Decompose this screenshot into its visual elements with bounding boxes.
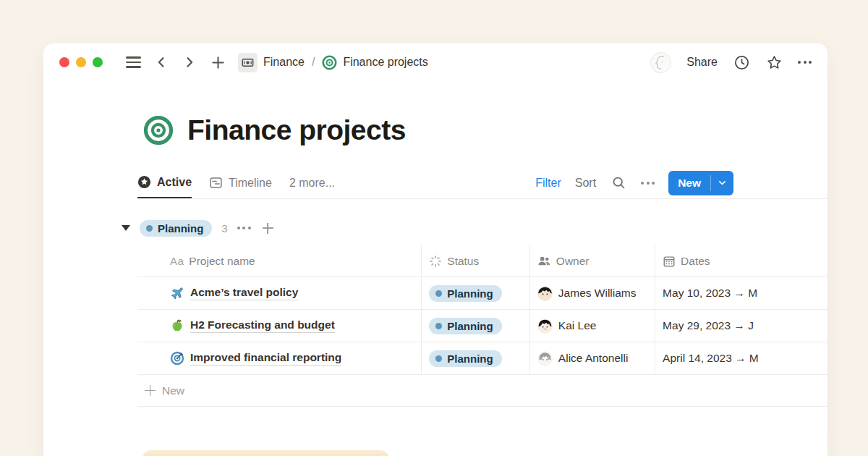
calendar-icon <box>663 255 676 268</box>
breadcrumb-parent-item[interactable] <box>238 53 258 72</box>
owner-name: Alice Antonelli <box>558 352 629 365</box>
table-header-row: Aa Project name Status Owner Dates <box>137 245 827 277</box>
owner-name: James Williams <box>558 287 637 300</box>
chevron-left-icon <box>155 56 168 69</box>
user-avatar[interactable] <box>650 52 671 73</box>
status-label: Planning <box>447 320 493 332</box>
cell-project-name[interactable]: H2 Forecasting and budget <box>137 310 422 342</box>
more-views-button[interactable]: 2 more... <box>289 167 335 198</box>
owner-name: Kai Lee <box>558 319 597 332</box>
clock-icon <box>733 54 750 71</box>
sort-button[interactable]: Sort <box>575 177 596 190</box>
search-icon <box>611 175 626 190</box>
column-label: Project name <box>189 255 255 268</box>
column-header-status[interactable]: Status <box>422 245 530 276</box>
more-options-button[interactable] <box>798 61 812 64</box>
column-header-name[interactable]: Aa Project name <box>137 245 422 276</box>
starred-view-icon <box>137 175 151 189</box>
table-row[interactable]: Improved financial reporting Planning Al… <box>137 342 827 375</box>
target-page-icon-large[interactable] <box>143 115 174 145</box>
cell-status[interactable]: Planning <box>422 277 530 309</box>
add-row-label: New <box>162 384 184 397</box>
page-title: Finance projects <box>187 114 406 146</box>
target-page-icon <box>322 55 337 70</box>
tab-timeline-view[interactable]: Timeline <box>209 167 272 198</box>
project-name-link[interactable]: Acme’s travel policy <box>190 286 298 300</box>
cell-owner[interactable]: James Williams <box>530 277 655 309</box>
cell-dates[interactable]: May 10, 2023 → M <box>655 277 827 309</box>
close-window-button[interactable] <box>59 57 69 67</box>
timeline-view-icon <box>209 176 223 190</box>
cell-status[interactable]: Planning <box>422 342 530 374</box>
breadcrumb: Finance / Finance projects <box>238 53 428 72</box>
bottom-peek-card[interactable] <box>142 450 389 456</box>
cell-project-name[interactable]: Improved financial reporting <box>137 342 422 374</box>
owner-avatar <box>537 351 553 366</box>
chevron-down-icon <box>718 178 727 187</box>
blue-target-icon <box>170 351 184 366</box>
zoom-window-button[interactable] <box>93 57 103 67</box>
breadcrumb-current-label[interactable]: Finance projects <box>343 56 427 69</box>
chevron-right-icon <box>183 56 196 69</box>
column-label: Status <box>447 255 479 268</box>
cell-status[interactable]: Planning <box>422 310 530 342</box>
search-button[interactable] <box>610 174 627 192</box>
share-button[interactable]: Share <box>686 56 718 69</box>
view-options-button[interactable] <box>641 182 655 185</box>
back-button[interactable] <box>153 54 170 71</box>
group-options-button[interactable] <box>237 227 251 229</box>
filter-button[interactable]: Filter <box>535 177 561 190</box>
date-range: May 10, 2023 → M <box>663 287 757 300</box>
group-add-button[interactable] <box>263 223 273 234</box>
tab-label: Active <box>157 176 192 189</box>
project-name-link[interactable]: H2 Forecasting and budget <box>190 318 335 333</box>
column-label: Owner <box>556 255 590 268</box>
airplane-icon <box>170 286 184 300</box>
new-button[interactable]: New <box>668 171 733 195</box>
date-range: April 14, 2023 → M <box>663 352 759 365</box>
breadcrumb-separator: / <box>312 56 315 69</box>
plus-icon <box>145 385 156 396</box>
group-label: Planning <box>158 222 203 235</box>
group-status-pill[interactable]: Planning <box>140 220 212 237</box>
cell-dates[interactable]: May 29, 2023 → J <box>655 310 827 342</box>
people-icon <box>537 254 551 268</box>
green-apple-icon <box>170 318 184 333</box>
projects-table: Aa Project name Status Owner Dates Acme’… <box>137 245 827 407</box>
column-header-owner[interactable]: Owner <box>530 245 655 276</box>
cell-owner[interactable]: Alice Antonelli <box>530 342 655 374</box>
window-toolbar: Finance / Finance projects Share <box>43 43 827 81</box>
status-dot <box>146 225 153 232</box>
project-name-link[interactable]: Improved financial reporting <box>190 351 341 366</box>
table-row[interactable]: Acme’s travel policy Planning James Will… <box>137 277 827 310</box>
tab-active-view[interactable]: Active <box>137 167 192 198</box>
status-burst-icon <box>429 255 442 268</box>
table-row[interactable]: H2 Forecasting and budget Planning Kai L… <box>137 310 827 342</box>
new-button-label: New <box>668 171 710 195</box>
sidebar-menu-button[interactable] <box>124 54 142 71</box>
plus-icon <box>211 56 225 69</box>
date-range: May 29, 2023 → J <box>663 319 754 332</box>
cell-owner[interactable]: Kai Lee <box>530 310 655 342</box>
add-row-button[interactable]: New <box>137 375 827 407</box>
favorite-button[interactable] <box>765 54 783 71</box>
notion-window: Finance / Finance projects Share Finance… <box>43 43 827 456</box>
forward-button[interactable] <box>181 54 198 71</box>
column-header-dates[interactable]: Dates <box>655 245 827 276</box>
updates-button[interactable] <box>733 54 750 71</box>
hamburger-icon <box>126 56 141 67</box>
breadcrumb-parent-label[interactable]: Finance <box>263 56 305 69</box>
cell-dates[interactable]: April 14, 2023 → M <box>655 342 827 374</box>
cell-project-name[interactable]: Acme’s travel policy <box>137 277 422 309</box>
status-label: Planning <box>447 352 493 365</box>
owner-avatar <box>537 318 553 334</box>
profile-sketch-icon <box>651 53 671 72</box>
group-header: Planning 3 <box>122 217 273 239</box>
collapse-group-toggle[interactable] <box>122 225 130 231</box>
column-label: Dates <box>681 255 710 268</box>
minimize-window-button[interactable] <box>76 57 86 67</box>
new-button-dropdown[interactable] <box>711 171 733 195</box>
group-count: 3 <box>221 222 227 235</box>
new-page-button[interactable] <box>209 54 226 71</box>
star-icon <box>766 54 783 71</box>
